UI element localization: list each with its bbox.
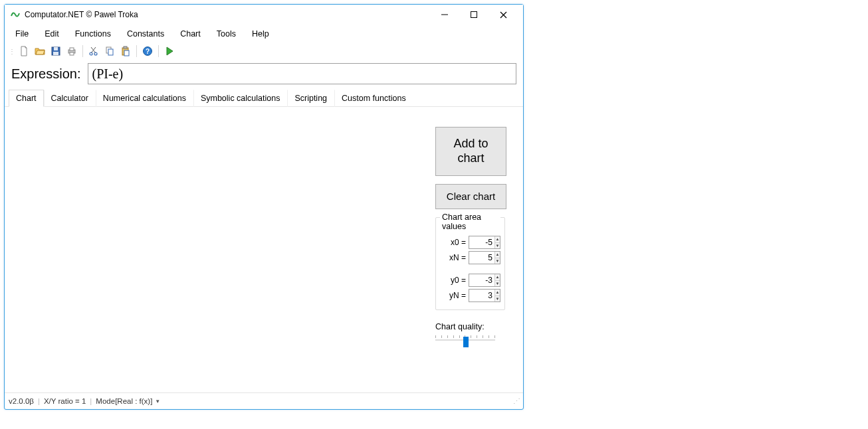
toolbar-grip: ⋮ bbox=[7, 48, 15, 55]
y0-label: y0 = bbox=[442, 276, 466, 285]
xN-spinner[interactable]: ▲▼ bbox=[469, 251, 500, 264]
menu-constants[interactable]: Constants bbox=[120, 27, 171, 41]
menu-tools[interactable]: Tools bbox=[210, 27, 243, 41]
clear-chart-button[interactable]: Clear chart bbox=[435, 184, 506, 209]
window-title: Computator.NET © Pawel Troka bbox=[25, 10, 430, 19]
menu-help[interactable]: Help bbox=[245, 27, 276, 41]
tab-numerical[interactable]: Numerical calculations bbox=[96, 90, 193, 107]
toolbar: ⋮ ? bbox=[5, 43, 523, 60]
svg-point-12 bbox=[90, 52, 92, 55]
cut-icon[interactable] bbox=[86, 44, 101, 58]
spin-down-icon[interactable]: ▼ bbox=[495, 258, 500, 264]
status-mode: Mode[Real : f(x)] bbox=[96, 397, 152, 405]
new-file-icon[interactable] bbox=[17, 44, 31, 58]
chart-area-values-group: Chart area values x0 = ▲▼ xN = ▲▼ bbox=[435, 217, 505, 310]
svg-rect-1 bbox=[471, 12, 477, 18]
toolbar-separator bbox=[136, 45, 137, 57]
chart-quality-slider[interactable] bbox=[435, 335, 495, 349]
yN-input[interactable] bbox=[469, 290, 494, 301]
app-window: Computator.NET © Pawel Troka File Edit F… bbox=[4, 4, 524, 410]
menu-edit[interactable]: Edit bbox=[38, 27, 66, 41]
svg-point-13 bbox=[94, 52, 97, 55]
menubar: File Edit Functions Constants Chart Tool… bbox=[5, 25, 523, 43]
spin-up-icon[interactable]: ▲ bbox=[495, 252, 500, 258]
group-legend: Chart area values bbox=[440, 213, 500, 231]
yN-label: yN = bbox=[442, 291, 466, 300]
content-area: Add to chart Clear chart Chart area valu… bbox=[5, 107, 523, 392]
copy-icon[interactable] bbox=[102, 44, 117, 58]
x0-input[interactable] bbox=[469, 236, 494, 248]
spin-up-icon[interactable]: ▲ bbox=[495, 274, 500, 281]
tab-calculator[interactable]: Calculator bbox=[44, 90, 96, 107]
menu-chart[interactable]: Chart bbox=[173, 27, 207, 41]
slider-thumb[interactable] bbox=[463, 337, 469, 347]
tab-chart[interactable]: Chart bbox=[9, 90, 44, 107]
status-mode-dropdown-icon[interactable]: ▼ bbox=[155, 398, 160, 404]
xN-input[interactable] bbox=[469, 252, 494, 264]
statusbar: v2.0.0β | X/Y ratio = 1 | Mode[Real : f(… bbox=[5, 392, 523, 409]
svg-rect-5 bbox=[54, 47, 58, 50]
y0-spinner[interactable]: ▲▼ bbox=[469, 274, 500, 287]
svg-text:?: ? bbox=[146, 48, 150, 55]
y0-input[interactable] bbox=[469, 274, 494, 286]
spin-up-icon[interactable]: ▲ bbox=[495, 290, 500, 296]
title-controls bbox=[430, 5, 518, 24]
svg-rect-9 bbox=[70, 52, 74, 55]
tab-custom[interactable]: Custom functions bbox=[334, 90, 413, 107]
maximize-button[interactable] bbox=[459, 5, 488, 24]
minimize-button[interactable] bbox=[430, 5, 459, 24]
paste-icon[interactable] bbox=[118, 44, 133, 58]
open-folder-icon[interactable] bbox=[33, 44, 47, 58]
svg-marker-21 bbox=[167, 47, 173, 55]
svg-rect-6 bbox=[53, 52, 58, 55]
tab-scripting[interactable]: Scripting bbox=[287, 90, 334, 107]
resize-grip-icon[interactable]: ⋰ bbox=[513, 397, 519, 406]
toolbar-separator bbox=[82, 45, 83, 57]
tabstrip: Chart Calculator Numerical calculations … bbox=[5, 90, 523, 107]
menu-functions[interactable]: Functions bbox=[68, 27, 118, 41]
expression-input[interactable] bbox=[88, 63, 517, 84]
x0-spinner[interactable]: ▲▼ bbox=[469, 236, 500, 249]
toolbar-separator bbox=[158, 45, 159, 57]
titlebar: Computator.NET © Pawel Troka bbox=[5, 5, 523, 25]
chart-quality-area: Chart quality: bbox=[435, 322, 515, 349]
save-icon[interactable] bbox=[49, 44, 63, 58]
expression-row: Expression: bbox=[5, 60, 523, 90]
print-icon[interactable] bbox=[64, 44, 79, 58]
x0-label: x0 = bbox=[442, 238, 466, 247]
expression-label: Expression: bbox=[11, 66, 81, 82]
chart-canvas[interactable] bbox=[5, 107, 435, 392]
svg-rect-15 bbox=[108, 49, 113, 55]
side-panel: Add to chart Clear chart Chart area valu… bbox=[435, 107, 523, 392]
close-button[interactable] bbox=[488, 5, 518, 24]
app-icon bbox=[10, 9, 21, 20]
tab-symbolic[interactable]: Symbolic calculations bbox=[193, 90, 288, 107]
spin-down-icon[interactable]: ▼ bbox=[495, 243, 500, 249]
xN-label: xN = bbox=[442, 253, 466, 262]
help-icon[interactable]: ? bbox=[140, 44, 155, 58]
menu-file[interactable]: File bbox=[9, 27, 35, 41]
spin-down-icon[interactable]: ▼ bbox=[495, 296, 500, 302]
yN-spinner[interactable]: ▲▼ bbox=[469, 289, 500, 302]
run-icon[interactable] bbox=[162, 44, 177, 58]
status-version: v2.0.0β bbox=[9, 397, 34, 405]
status-ratio: X/Y ratio = 1 bbox=[44, 397, 86, 405]
svg-rect-8 bbox=[70, 48, 74, 50]
spin-down-icon[interactable]: ▼ bbox=[495, 281, 500, 287]
svg-rect-18 bbox=[124, 50, 129, 56]
add-to-chart-button[interactable]: Add to chart bbox=[435, 127, 506, 176]
chart-quality-label: Chart quality: bbox=[435, 322, 515, 331]
spin-up-icon[interactable]: ▲ bbox=[495, 236, 500, 243]
svg-rect-17 bbox=[124, 46, 127, 48]
